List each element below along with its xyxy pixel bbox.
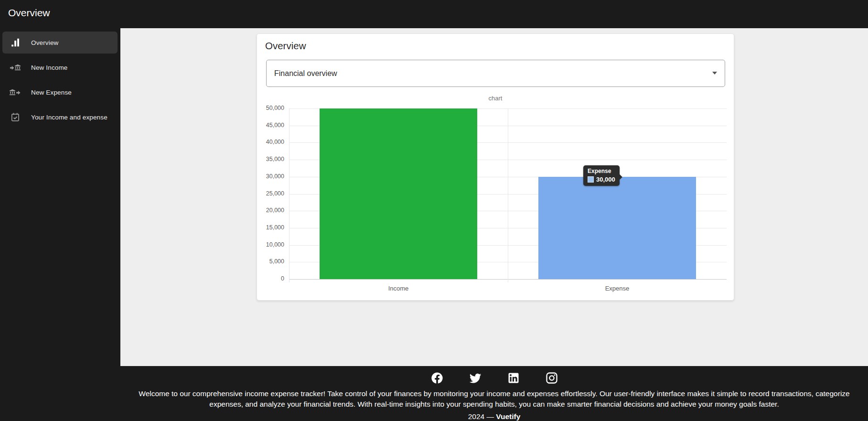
brand-name: Vuetify <box>496 412 520 421</box>
x-axis-label: Expense <box>605 285 630 292</box>
footer-copyright: 2024 — Vuetify <box>120 412 868 421</box>
y-axis-label: 50,000 <box>247 105 284 111</box>
gridline-vertical <box>508 108 508 282</box>
chart-plot: 05,00010,00015,00020,00025,00030,00035,0… <box>289 108 727 279</box>
x-axis-label: Income <box>388 285 409 292</box>
footer-about: Welcome to our comprehensive income expe… <box>127 389 862 409</box>
sidebar-item-label: New Expense <box>31 89 72 96</box>
sidebar: Overview New Income New Expense <box>0 28 120 421</box>
sidebar-item-label: Overview <box>31 39 58 46</box>
bar-income[interactable] <box>320 108 477 279</box>
y-axis-label: 15,000 <box>247 224 284 231</box>
twitter-button[interactable] <box>469 371 482 385</box>
y-axis-label: 10,000 <box>247 241 284 248</box>
bar-chart-icon <box>10 37 21 48</box>
select-value: Financial overview <box>274 69 337 78</box>
y-axis-label: 0 <box>247 275 284 282</box>
calendar-check-icon <box>10 111 21 123</box>
chevron-down-icon <box>712 72 717 75</box>
overview-card: Overview Financial overview chart 05,000… <box>257 33 734 301</box>
bank-transfer-out-icon <box>10 86 21 98</box>
instagram-icon <box>545 371 558 385</box>
tooltip-value: 30,000 <box>596 176 615 183</box>
y-axis-label: 30,000 <box>247 173 284 180</box>
y-axis-label: 20,000 <box>247 207 284 214</box>
y-axis-label: 35,000 <box>247 156 284 162</box>
y-axis-label: 5,000 <box>247 258 284 265</box>
footer: Welcome to our comprehensive income expe… <box>0 366 868 421</box>
twitter-icon <box>469 371 482 385</box>
tooltip-category: Expense <box>588 168 615 174</box>
linkedin-button[interactable] <box>507 371 520 385</box>
bank-transfer-in-icon <box>10 62 21 73</box>
linkedin-icon <box>507 371 520 385</box>
app-title: Overview <box>8 7 50 19</box>
bar-expense[interactable] <box>538 177 696 279</box>
sidebar-item-overview[interactable]: Overview <box>2 32 118 54</box>
sidebar-item-new-income[interactable]: New Income <box>2 56 118 78</box>
facebook-button[interactable] <box>430 371 444 385</box>
sidebar-item-income-expense[interactable]: Your Income and expense <box>2 106 118 128</box>
social-links <box>120 371 868 385</box>
gridline-vertical <box>289 108 289 282</box>
facebook-icon <box>430 371 444 385</box>
tooltip-swatch <box>588 176 594 183</box>
app-bar: Overview <box>0 0 868 28</box>
sidebar-item-new-expense[interactable]: New Expense <box>2 81 118 103</box>
instagram-button[interactable] <box>545 371 558 385</box>
y-axis-label: 45,000 <box>247 122 284 129</box>
sidebar-item-label: New Income <box>31 64 68 71</box>
copyright-year: 2024 — <box>468 412 496 421</box>
main-content: Overview Financial overview chart 05,000… <box>120 28 868 366</box>
chart-title: chart <box>257 95 734 102</box>
y-axis-label: 40,000 <box>247 139 284 145</box>
financial-overview-select[interactable]: Financial overview <box>266 60 725 87</box>
sidebar-item-label: Your Income and expense <box>31 114 107 121</box>
chart-tooltip: Expense 30,000 <box>583 165 620 186</box>
y-axis-label: 25,000 <box>247 190 284 197</box>
card-title: Overview <box>265 40 306 52</box>
